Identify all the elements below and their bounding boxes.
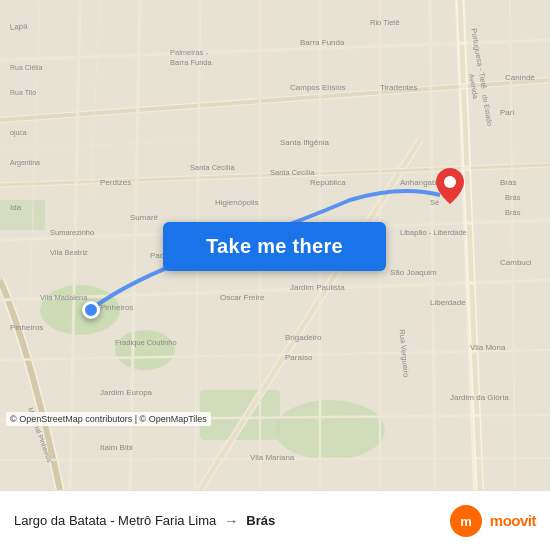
svg-text:Vila Madalena: Vila Madalena [40,293,88,302]
svg-text:Tiradentes: Tiradentes [380,83,418,92]
moovit-icon: m [450,505,482,537]
svg-text:Higienópolis: Higienópolis [215,198,259,207]
svg-text:Campos Elísios: Campos Elísios [290,83,346,92]
svg-text:Cambuci: Cambuci [500,258,532,267]
svg-text:Brás: Brás [505,193,521,202]
origin-label: Largo da Batata - Metrô Faria Lima [14,513,216,528]
svg-text:Liberdade: Liberdade [430,298,466,307]
svg-text:Vila Mona: Vila Mona [470,343,506,352]
svg-point-84 [444,176,456,188]
origin-marker [82,301,100,319]
svg-text:Pinheiros: Pinheiros [10,323,43,332]
svg-text:República: República [310,178,346,187]
svg-text:Vila Mariana: Vila Mariana [250,453,295,462]
svg-text:Jardim Europa: Jardim Europa [100,388,153,397]
svg-text:Jardim da Glória: Jardim da Glória [450,393,509,402]
svg-text:Fradique Coutinho: Fradique Coutinho [115,338,177,347]
moovit-text: moovit [490,512,536,529]
svg-text:Jardim Paulista: Jardim Paulista [290,283,345,292]
footer-route-row: Largo da Batata - Metrô Faria Lima → Brá… [14,513,450,529]
svg-text:Palmeiras -: Palmeiras - [170,48,208,57]
destination-label: Brás [246,513,275,528]
svg-text:ojuca: ojuca [10,129,27,137]
svg-text:Ida: Ida [10,203,22,212]
svg-text:Rio Tietê: Rio Tietê [370,18,400,27]
svg-rect-5 [0,200,45,230]
take-me-there-button[interactable]: Take me there [163,222,386,271]
svg-text:Pari: Pari [500,108,514,117]
svg-text:Vila Beatriz: Vila Beatriz [50,248,88,257]
footer-route-info: Largo da Batata - Metrô Faria Lima → Brá… [14,513,450,529]
svg-text:Libapão - Liberdade: Libapão - Liberdade [400,228,467,237]
svg-text:Brigadeiro: Brigadeiro [285,333,322,342]
svg-text:São Joaquim: São Joaquim [390,268,437,277]
svg-text:Argentina: Argentina [10,159,40,167]
svg-text:Brás: Brás [500,178,516,187]
svg-point-4 [275,400,385,460]
svg-text:Rua Clélia: Rua Clélia [10,64,42,71]
map-container: Lapa Rua Clélia Rua Tito Palmeiras - Bar… [0,0,550,490]
footer-bar: Largo da Batata - Metrô Faria Lima → Brá… [0,490,550,550]
svg-text:Santa Cecília: Santa Cecília [270,168,315,177]
svg-text:Santa Cecília: Santa Cecília [190,163,235,172]
map-attribution: © OpenStreetMap contributors | © OpenMap… [6,412,211,426]
svg-text:Rua Tito: Rua Tito [10,89,36,96]
take-me-there-label: Take me there [206,235,343,258]
svg-text:Barra Funda: Barra Funda [170,58,213,67]
svg-text:Sumarezinho: Sumarezinho [50,228,94,237]
svg-text:Santa Ifigênia: Santa Ifigênia [280,138,329,147]
svg-text:Brás: Brás [505,208,521,217]
svg-point-2 [115,330,175,370]
svg-text:Lapa: Lapa [9,21,28,32]
svg-text:Canindé: Canindé [505,73,535,82]
moovit-logo: m moovit [450,505,536,537]
svg-text:Paraíso: Paraíso [285,353,313,362]
destination-marker [436,168,464,204]
svg-text:Itaim Bibi: Itaim Bibi [100,443,133,452]
route-arrow-icon: → [224,513,238,529]
svg-text:Perdizes: Perdizes [100,178,131,187]
svg-text:Barra Funda: Barra Funda [300,38,345,47]
svg-text:m: m [460,514,472,529]
svg-text:Oscar Freire: Oscar Freire [220,293,265,302]
svg-text:Pinheiros: Pinheiros [100,303,133,312]
svg-text:Sumaré: Sumaré [130,213,159,222]
